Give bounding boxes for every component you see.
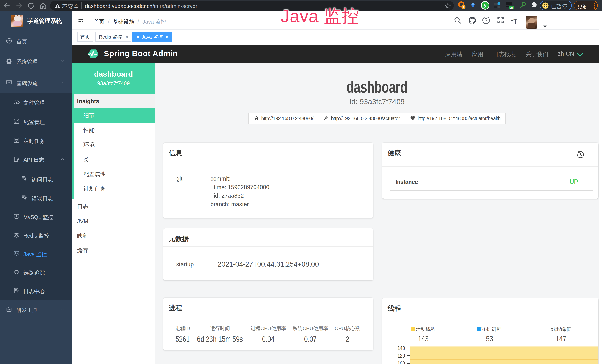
svg-text:T: T <box>511 19 513 24</box>
svg-text:on: on <box>509 6 513 9</box>
svg-text:T: T <box>513 18 517 25</box>
svg-text:1: 1 <box>462 6 464 9</box>
svg-text:y: y <box>484 3 486 8</box>
